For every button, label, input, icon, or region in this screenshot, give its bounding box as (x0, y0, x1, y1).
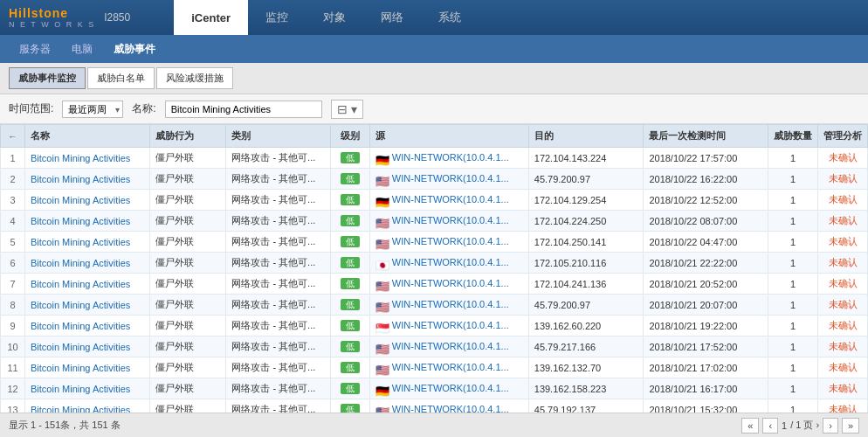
cell-dst: 45.79.192.137 (528, 399, 644, 413)
name-link[interactable]: Bitcoin Mining Activities (31, 405, 130, 413)
src-link[interactable]: WIN-NETWORK(10.0.4.1... (392, 299, 509, 309)
page-prev-button[interactable]: ‹ (762, 418, 778, 434)
cell-num: 6 (1, 253, 25, 274)
src-flag-icon: 🇺🇸 (375, 406, 389, 413)
level-badge: 低 (341, 362, 360, 373)
page-last-button[interactable]: » (842, 418, 859, 434)
table-header-row: ← 名称 威胁行为 类别 级别 源 目的 最后一次检测时间 威胁数量 管理分析 (1, 125, 868, 148)
src-link[interactable]: WIN-NETWORK(10.0.4.1... (392, 404, 509, 413)
src-link[interactable]: WIN-NETWORK(10.0.4.1... (392, 215, 509, 225)
name-link[interactable]: Bitcoin Mining Activities (31, 195, 130, 205)
name-link[interactable]: Bitcoin Mining Activities (31, 363, 130, 373)
cell-time: 2018/10/21 16:17:00 (644, 378, 768, 399)
cell-name: Bitcoin Mining Activities (25, 295, 150, 316)
status-text: 未确认 (829, 215, 858, 225)
tab-threat-monitor[interactable]: 威胁事件监控 (9, 67, 86, 89)
nav-tab-icenter[interactable]: iCenter (174, 0, 248, 35)
time-range-select[interactable]: 最近两周 最近一天 最近一周 最近一月 (62, 101, 123, 118)
src-link[interactable]: WIN-NETWORK(10.0.4.1... (392, 194, 509, 205)
level-badge: 低 (341, 173, 360, 184)
src-link[interactable]: WIN-NETWORK(10.0.4.1... (392, 383, 509, 393)
status-text: 未确认 (829, 362, 858, 372)
cell-behavior: 僵尸外联 (149, 232, 226, 253)
cell-type: 网络攻击 - 其他可... (226, 274, 331, 295)
cell-level: 低 (330, 399, 369, 413)
src-flag-icon: 🇯🇵 (375, 259, 389, 268)
cell-name: Bitcoin Mining Activities (25, 232, 150, 253)
name-link[interactable]: Bitcoin Mining Activities (31, 258, 130, 268)
level-badge: 低 (341, 404, 360, 413)
col-header-back[interactable]: ← (1, 125, 25, 148)
src-link[interactable]: WIN-NETWORK(10.0.4.1... (392, 278, 509, 288)
cell-num: 11 (1, 357, 25, 378)
src-flag-icon: 🇺🇸 (375, 343, 389, 352)
name-link[interactable]: Bitcoin Mining Activities (31, 321, 130, 331)
sub-navigation: 服务器 电脑 威胁事件 (0, 35, 868, 63)
col-header-src: 源 (369, 125, 528, 148)
name-link[interactable]: Bitcoin Mining Activities (31, 216, 130, 226)
nav-tab-monitor[interactable]: 监控 (248, 0, 306, 35)
cell-behavior: 僵尸外联 (149, 295, 226, 316)
tab-whitelist[interactable]: 威胁白名单 (87, 67, 155, 89)
cell-behavior: 僵尸外联 (149, 211, 226, 232)
name-link[interactable]: Bitcoin Mining Activities (31, 300, 130, 310)
cell-src: 🇩🇪WIN-NETWORK(10.0.4.1... (369, 148, 528, 169)
table-body: 1 Bitcoin Mining Activities 僵尸外联 网络攻击 - … (1, 148, 868, 413)
sub-nav-server[interactable]: 服务器 (9, 35, 61, 63)
name-link[interactable]: Bitcoin Mining Activities (31, 279, 130, 289)
device-id: I2850 (104, 11, 130, 24)
cell-time: 2018/10/21 20:07:00 (644, 295, 768, 316)
filter-action-button[interactable]: ⊟ ▾ (331, 100, 363, 119)
name-link[interactable]: Bitcoin Mining Activities (31, 237, 130, 247)
src-link[interactable]: WIN-NETWORK(10.0.4.1... (392, 152, 509, 163)
nav-tab-object[interactable]: 对象 (306, 0, 363, 35)
src-link[interactable]: WIN-NETWORK(10.0.4.1... (392, 173, 509, 184)
cell-status: 未确认 (818, 399, 868, 413)
level-badge: 低 (341, 257, 360, 268)
sub-nav-pc[interactable]: 电脑 (61, 35, 103, 63)
src-link[interactable]: WIN-NETWORK(10.0.4.1... (392, 236, 509, 246)
src-flag-icon: 🇩🇪 (375, 154, 389, 163)
table-row: 1 Bitcoin Mining Activities 僵尸外联 网络攻击 - … (1, 148, 868, 169)
page-first-button[interactable]: « (741, 418, 759, 434)
cell-status: 未确认 (818, 295, 868, 316)
table-row: 4 Bitcoin Mining Activities 僵尸外联 网络攻击 - … (1, 211, 868, 232)
status-bar: 显示 1 - 151条，共 151 条 « ‹ 1 / 1 页 › › » (0, 413, 868, 437)
tab-mitigation[interactable]: 风险减缓措施 (156, 67, 233, 89)
cell-dst: 45.79.200.97 (528, 295, 644, 316)
nav-tab-network[interactable]: 网络 (363, 0, 421, 35)
cell-type: 网络攻击 - 其他可... (226, 148, 331, 169)
cell-dst: 172.104.143.224 (528, 148, 644, 169)
name-link[interactable]: Bitcoin Mining Activities (31, 174, 130, 184)
name-filter-input[interactable] (165, 101, 322, 118)
src-link[interactable]: WIN-NETWORK(10.0.4.1... (392, 320, 509, 330)
table-row: 8 Bitcoin Mining Activities 僵尸外联 网络攻击 - … (1, 295, 868, 316)
cell-behavior: 僵尸外联 (149, 357, 226, 378)
name-link[interactable]: Bitcoin Mining Activities (31, 153, 130, 163)
cell-name: Bitcoin Mining Activities (25, 336, 150, 357)
src-flag-icon: 🇩🇪 (375, 196, 389, 205)
cell-behavior: 僵尸外联 (149, 316, 226, 336)
src-link[interactable]: WIN-NETWORK(10.0.4.1... (392, 362, 509, 372)
cell-src: 🇺🇸WIN-NETWORK(10.0.4.1... (369, 169, 528, 190)
nav-tab-system[interactable]: 系统 (421, 0, 479, 35)
cell-src: 🇺🇸WIN-NETWORK(10.0.4.1... (369, 232, 528, 253)
src-link[interactable]: WIN-NETWORK(10.0.4.1... (392, 257, 509, 267)
name-link[interactable]: Bitcoin Mining Activities (31, 384, 130, 394)
cell-type: 网络攻击 - 其他可... (226, 253, 331, 274)
cell-type: 网络攻击 - 其他可... (226, 378, 331, 399)
cell-name: Bitcoin Mining Activities (25, 274, 150, 295)
cell-level: 低 (330, 211, 369, 232)
page-total: / 1 页 › (790, 419, 819, 432)
name-link[interactable]: Bitcoin Mining Activities (31, 342, 130, 352)
page-next-button[interactable]: › (823, 418, 838, 434)
cell-time: 2018/10/21 17:52:00 (644, 336, 768, 357)
src-link[interactable]: WIN-NETWORK(10.0.4.1... (392, 341, 509, 351)
sub-nav-threat[interactable]: 威胁事件 (103, 35, 166, 63)
cell-type: 网络攻击 - 其他可... (226, 169, 331, 190)
cell-behavior: 僵尸外联 (149, 253, 226, 274)
cell-src: 🇩🇪WIN-NETWORK(10.0.4.1... (369, 190, 528, 211)
col-header-mgmt: 管理分析 (818, 125, 868, 148)
cell-time: 2018/10/22 04:47:00 (644, 232, 768, 253)
logo-text: Hillstone (9, 6, 68, 20)
